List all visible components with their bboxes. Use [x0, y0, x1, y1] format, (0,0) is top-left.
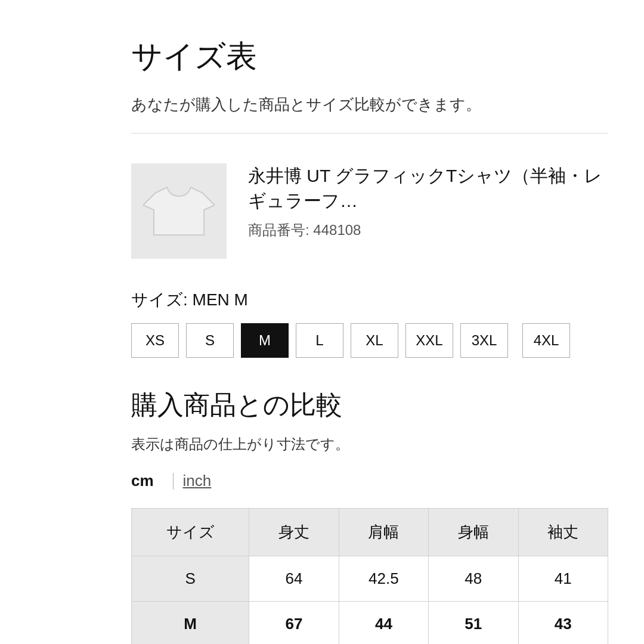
product-image — [131, 163, 227, 259]
comparison-subtitle: 表示は商品の仕上がり寸法です。 — [131, 435, 608, 454]
unit-toggle: cm inch — [131, 472, 608, 490]
size-buttons-container: XS S M L XL XXL 3XL 4XL — [131, 323, 608, 358]
page-container: サイズ表 あなたが購入した商品とサイズ比較ができます。 永井博 UT グラフィッ… — [0, 0, 644, 644]
col-header-shoulder: 肩幅 — [339, 509, 428, 556]
size-btn-l[interactable]: L — [296, 323, 343, 358]
size-btn-s[interactable]: S — [186, 323, 234, 358]
row-s-length: 64 — [249, 556, 339, 602]
comparison-title: 購入商品との比較 — [131, 388, 608, 423]
row-s-shoulder: 42.5 — [339, 556, 428, 602]
product-info: 永井博 UT グラフィックTシャツ（半袖・レギュラーフ… 商品番号: 44810… — [248, 163, 608, 240]
page-subtitle: あなたが購入した商品とサイズ比較ができます。 — [131, 94, 608, 115]
unit-inch-label[interactable]: inch — [183, 472, 212, 490]
size-btn-xl[interactable]: XL — [351, 323, 398, 358]
col-header-sleeve: 袖丈 — [518, 509, 608, 556]
page-title: サイズ表 — [131, 36, 608, 78]
col-header-width: 身幅 — [429, 509, 518, 556]
size-btn-4xl[interactable]: 4XL — [522, 323, 570, 358]
table-row-highlighted: M 67 44 51 43 — [132, 602, 608, 645]
row-m-width: 51 — [429, 602, 518, 645]
size-btn-xxl[interactable]: XXL — [405, 323, 453, 358]
product-name: 永井博 UT グラフィックTシャツ（半袖・レギュラーフ… — [248, 163, 608, 213]
row-m-size: M — [132, 602, 249, 645]
section-divider — [131, 133, 608, 134]
product-number: 商品番号: 448108 — [248, 221, 608, 240]
table-header-row: サイズ 身丈 肩幅 身幅 袖丈 — [132, 509, 608, 556]
size-label: サイズ: MEN M — [131, 289, 608, 311]
row-m-shoulder: 44 — [339, 602, 428, 645]
col-header-length: 身丈 — [249, 509, 339, 556]
unit-divider — [173, 473, 174, 490]
unit-cm-label[interactable]: cm — [131, 472, 163, 490]
table-row: S 64 42.5 48 41 — [132, 556, 608, 602]
tshirt-icon — [143, 175, 215, 247]
size-btn-3xl[interactable]: 3XL — [460, 323, 508, 358]
product-section: 永井博 UT グラフィックTシャツ（半袖・レギュラーフ… 商品番号: 44810… — [131, 163, 608, 259]
col-header-size: サイズ — [132, 509, 249, 556]
row-s-sleeve: 41 — [518, 556, 608, 602]
row-m-length: 67 — [249, 602, 339, 645]
size-btn-m[interactable]: M — [241, 323, 289, 358]
row-s-width: 48 — [429, 556, 518, 602]
size-table: サイズ 身丈 肩幅 身幅 袖丈 S 64 42.5 48 41 M 67 44 … — [131, 508, 608, 644]
size-btn-xs[interactable]: XS — [131, 323, 179, 358]
row-s-size: S — [132, 556, 249, 602]
row-m-sleeve: 43 — [518, 602, 608, 645]
